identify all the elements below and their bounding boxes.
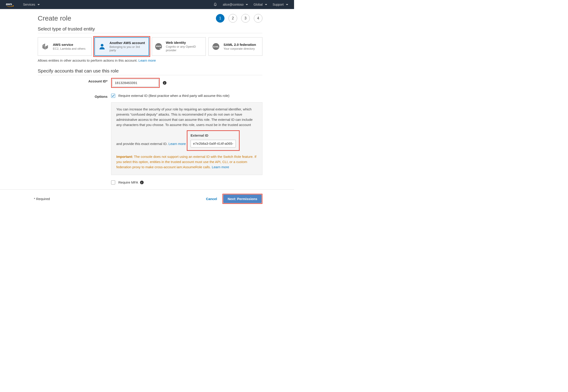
footer-bar: * Required Cancel Next: Permissions (0, 189, 294, 208)
cancel-button[interactable]: Cancel (206, 197, 217, 201)
account-id-label: Account ID* (38, 78, 111, 83)
info-icon[interactable]: i (163, 81, 167, 85)
bell-icon[interactable] (213, 2, 217, 7)
require-mfa-checkbox[interactable] (111, 181, 115, 184)
account-id-input[interactable] (112, 79, 158, 87)
card-another-account[interactable]: Another AWS account Belonging to you or … (94, 37, 149, 56)
step-3[interactable]: 3 (241, 14, 250, 23)
important-learn-more-link[interactable]: Learn more (212, 165, 229, 169)
chevron-down-icon (265, 4, 267, 5)
external-id-panel: You can increase the security of your ro… (111, 102, 262, 175)
card-title: AWS service (53, 43, 85, 46)
entity-cards: AWS service EC2, Lambda and others Anoth… (38, 37, 262, 56)
card-title: SAML 2.0 federation (224, 43, 256, 46)
region-label: Global (253, 3, 262, 6)
svg-text:SAML: SAML (213, 46, 219, 48)
ext-learn-more-link[interactable]: Learn more (169, 141, 186, 145)
require-external-id-label: Require external ID (Best practice when … (118, 94, 229, 98)
trusted-description: Allows entities in other accounts to per… (38, 58, 262, 62)
page-body: Create role 1 2 3 4 Select type of trust… (0, 9, 294, 189)
svg-point-1 (101, 44, 103, 46)
external-id-highlight: External ID (187, 130, 240, 151)
row-options: Options Require external ID (Best practi… (38, 93, 262, 184)
svg-text:WWW: WWW (156, 45, 161, 47)
learn-more-link[interactable]: Learn more (139, 58, 156, 62)
important-note: Important: The console does not support … (116, 154, 257, 170)
info-icon[interactable]: i (140, 181, 144, 184)
support-label: Support (273, 3, 284, 6)
section-specify-title: Specify accounts that can use this role (38, 68, 262, 74)
region-menu[interactable]: Global (253, 3, 267, 6)
support-menu[interactable]: Support (273, 3, 288, 6)
required-note: * Required (34, 197, 50, 201)
cube-icon (41, 43, 50, 50)
account-menu[interactable]: alice@contoso (223, 3, 248, 6)
card-sub: EC2, Lambda and others (53, 47, 85, 50)
next-button-highlight: Next: Permissions (222, 194, 262, 204)
trusted-desc-text: Allows entities in other accounts to per… (38, 58, 139, 62)
user-label: alice@contoso (223, 3, 243, 6)
top-nav: aws Services alice@contoso Global Suppor… (0, 0, 294, 9)
external-id-label: External ID (191, 133, 236, 138)
chevron-down-icon (38, 4, 40, 5)
aws-logo[interactable]: aws (6, 2, 17, 7)
step-4[interactable]: 4 (254, 14, 262, 23)
options-label: Options (38, 93, 111, 98)
card-title: Another AWS account (110, 41, 146, 45)
chevron-down-icon (246, 4, 248, 5)
next-permissions-button[interactable]: Next: Permissions (223, 195, 262, 203)
external-id-input[interactable] (191, 140, 236, 147)
section-trusted-title: Select type of trusted entity (38, 26, 262, 32)
step-2[interactable]: 2 (228, 14, 237, 23)
page-title: Create role (38, 14, 71, 22)
important-text: The console does not support using an ex… (116, 155, 256, 169)
important-label: Important: (116, 155, 133, 158)
wizard-steps: 1 2 3 4 (216, 14, 262, 23)
card-web-identity[interactable]: WWW Web identity Cognito or any OpenID p… (152, 37, 206, 56)
saml-icon: SAML (211, 43, 220, 50)
card-sub: Belonging to you or 3rd party (110, 45, 146, 52)
require-mfa-label: Require MFA (118, 181, 138, 184)
card-saml[interactable]: SAML SAML 2.0 federation Your corporate … (208, 37, 262, 56)
card-sub: Cognito or any OpenID provider (166, 45, 203, 52)
account-id-highlight (111, 78, 160, 88)
services-menu[interactable]: Services (23, 3, 40, 6)
card-title: Web identity (166, 41, 203, 44)
require-external-id-checkbox[interactable] (111, 94, 115, 98)
www-icon: WWW (155, 43, 163, 50)
svg-text:aws: aws (6, 2, 12, 6)
person-icon (98, 43, 106, 50)
card-aws-service[interactable]: AWS service EC2, Lambda and others (38, 37, 92, 56)
chevron-down-icon (286, 4, 288, 5)
step-1[interactable]: 1 (216, 14, 225, 23)
services-label: Services (23, 3, 35, 6)
card-sub: Your corporate directory (224, 47, 256, 50)
row-account-id: Account ID* i (38, 78, 262, 88)
